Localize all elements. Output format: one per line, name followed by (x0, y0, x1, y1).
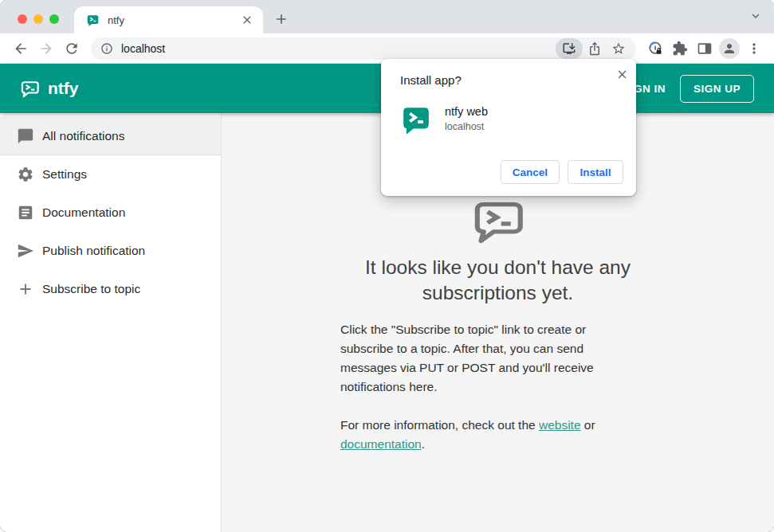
brand-title: ntfy (48, 79, 79, 98)
more-info-paragraph: For more information, check out the webs… (340, 416, 626, 454)
tab-title: ntfy (108, 14, 241, 26)
traffic-lights (18, 14, 59, 24)
website-link[interactable]: website (539, 418, 581, 432)
sidebar-item-label: Publish notification (42, 244, 145, 258)
address-bar[interactable]: localhost (91, 37, 636, 60)
sidebar-item-publish-notification[interactable]: Publish notification (0, 232, 221, 270)
ntfy-app-icon (400, 104, 432, 136)
more-info-middle: or (581, 418, 595, 432)
person-icon (722, 41, 737, 56)
share-icon (587, 41, 602, 56)
heading-line-1: It looks like you don't have any (365, 255, 631, 280)
side-panel-icon (697, 41, 713, 57)
extensions-button[interactable] (667, 41, 692, 57)
ntfy-favicon-icon (86, 14, 100, 27)
bookmark-button[interactable] (607, 41, 631, 56)
more-info-prefix: For more information, check out the (340, 418, 539, 432)
more-info-suffix: . (422, 437, 425, 451)
browser-window: ntfy localhost (0, 0, 774, 532)
send-icon (17, 242, 34, 260)
empty-state-heading: It looks like you don't have any subscri… (365, 255, 631, 306)
gear-icon (17, 166, 34, 183)
sidebar-item-subscribe-to-topic[interactable]: Subscribe to topic (0, 270, 221, 308)
star-icon (611, 41, 626, 56)
dialog-app-info: ntfy web localhost (445, 104, 488, 132)
cancel-button[interactable]: Cancel (501, 160, 560, 184)
sidebar-item-settings[interactable]: Settings (0, 155, 221, 194)
window-zoom-button[interactable] (49, 14, 59, 24)
install-desktop-icon (562, 41, 576, 56)
sidebar-item-label: Settings (42, 167, 87, 182)
side-panel-button[interactable] (692, 41, 717, 57)
back-arrow-icon (13, 41, 29, 57)
sidebar-item-label: Documentation (42, 205, 125, 220)
instructions-paragraph: Click the "Subscribe to topic" link to c… (340, 320, 626, 397)
profile-button[interactable] (717, 38, 741, 59)
window-close-button[interactable] (18, 14, 27, 24)
ntfy-logo-icon (19, 79, 41, 99)
tab-search-chevron-icon[interactable] (748, 9, 763, 23)
sidebar-item-documentation[interactable]: Documentation (0, 194, 221, 232)
dialog-close-icon[interactable] (615, 68, 629, 81)
avatar (719, 38, 740, 59)
plus-icon (17, 280, 34, 298)
sign-up-button[interactable]: SIGN UP (680, 75, 754, 103)
share-button[interactable] (583, 41, 607, 56)
install-app-dialog: Install app? ntfy web localhost Cancel I… (381, 59, 636, 196)
site-info-icon[interactable] (100, 42, 113, 55)
puzzle-icon (672, 41, 688, 57)
browser-menu-button[interactable] (741, 41, 766, 57)
reload-button[interactable] (59, 41, 84, 57)
browser-tab[interactable]: ntfy (74, 6, 263, 33)
forward-button[interactable] (33, 41, 59, 57)
empty-state-terminal-icon (469, 196, 528, 247)
dialog-app-name: ntfy web (445, 105, 488, 118)
forward-arrow-icon (38, 41, 54, 57)
dialog-actions: Cancel Install (501, 160, 623, 184)
article-icon (17, 204, 34, 221)
empty-state-paragraphs: Click the "Subscribe to topic" link to c… (340, 320, 626, 454)
tab-close-icon[interactable] (241, 14, 253, 26)
heading-line-2: subscriptions yet. (365, 280, 631, 306)
dialog-title: Install app? (400, 73, 623, 87)
window-minimize-button[interactable] (33, 14, 43, 24)
sidebar-item-label: All notifications (42, 129, 124, 143)
reload-icon (64, 41, 80, 57)
sidebar-item-all-notifications[interactable]: All notifications (0, 117, 221, 155)
password-manager-icon (647, 41, 663, 57)
password-manager-extension-button[interactable] (642, 41, 667, 57)
sidebar: All notifications Settings Documentation… (0, 113, 222, 532)
url-text[interactable]: localhost (121, 42, 556, 55)
sidebar-item-label: Subscribe to topic (42, 282, 140, 296)
tab-strip: ntfy (0, 0, 774, 33)
install-button[interactable]: Install (568, 160, 623, 184)
new-tab-button[interactable] (273, 11, 289, 27)
dialog-app-origin: localhost (445, 121, 488, 132)
back-button[interactable] (8, 41, 33, 57)
dialog-body: ntfy web localhost (400, 104, 623, 136)
chat-icon (17, 127, 34, 145)
kebab-menu-icon (746, 41, 762, 57)
install-app-button[interactable] (556, 38, 583, 59)
documentation-link[interactable]: documentation (340, 437, 422, 451)
